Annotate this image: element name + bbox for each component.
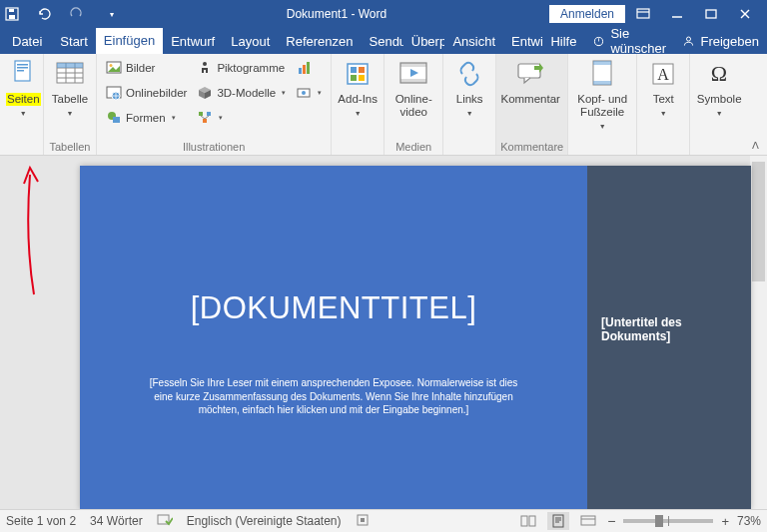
zoom-in-icon[interactable]: + (721, 514, 729, 529)
chevron-down-icon: ▼ (355, 110, 362, 118)
tab-review[interactable]: Überprüfen (403, 28, 445, 54)
group-comments-label: Kommentare (500, 140, 563, 155)
status-language[interactable]: Englisch (Vereinigte Staaten) (187, 514, 342, 528)
view-read-icon[interactable] (517, 512, 539, 530)
svg-point-40 (302, 91, 306, 95)
document-subtitle-field[interactable]: [Untertitel des Dokuments] (601, 315, 737, 343)
symbols-button[interactable]: Ω Symbole ▼ (694, 56, 744, 118)
tab-mailings[interactable]: Sendungen (362, 28, 403, 54)
ribbon-display-icon[interactable] (635, 6, 659, 22)
smartart-button[interactable]: ▾ (194, 107, 289, 129)
macro-icon[interactable] (356, 513, 370, 530)
svg-rect-65 (581, 516, 595, 525)
svg-rect-31 (199, 112, 203, 116)
titlebar: ▾ Dokument1 - Word Anmelden (0, 0, 767, 28)
scrollbar-thumb[interactable] (752, 162, 765, 281)
comment-icon (514, 58, 546, 90)
cover-sidebar: [Untertitel des Dokuments] (587, 166, 751, 509)
addins-button[interactable]: Add-Ins ▼ (336, 56, 380, 118)
svg-rect-60 (529, 516, 535, 526)
ribbon: Seiten ▼ Tabelle ▼ Tabellen Bilder (0, 54, 767, 156)
status-page[interactable]: Seite 1 von 2 (6, 514, 76, 528)
online-video-button[interactable]: Online-video (388, 56, 438, 119)
svg-rect-33 (203, 119, 207, 123)
svg-rect-23 (57, 63, 83, 68)
pages-button[interactable]: Seiten ▼ (4, 56, 43, 118)
svg-rect-44 (351, 75, 357, 81)
online-pictures-button[interactable]: Onlinebilder (103, 82, 190, 104)
save-icon[interactable] (4, 6, 28, 22)
svg-point-30 (203, 62, 207, 66)
zoom-level[interactable]: 73% (737, 514, 761, 528)
statusbar: Seite 1 von 2 34 Wörter Englisch (Verein… (0, 509, 767, 532)
chevron-down-icon: ▼ (20, 110, 27, 118)
svg-rect-48 (400, 79, 426, 83)
comment-button[interactable]: Kommentar (500, 56, 560, 106)
table-button[interactable]: Tabelle ▼ (48, 56, 92, 118)
3d-models-icon (197, 85, 213, 101)
tell-me-label: Sie wünschen (610, 26, 666, 56)
spellcheck-icon[interactable] (157, 513, 173, 530)
undo-icon[interactable] (36, 6, 60, 22)
status-words[interactable]: 34 Wörter (90, 514, 143, 528)
tab-home[interactable]: Start (52, 28, 95, 54)
video-icon (397, 58, 429, 90)
zoom-slider[interactable] (623, 519, 713, 523)
pictures-icon (106, 60, 122, 76)
document-title-field[interactable]: [DOKUMENTTITEL] (191, 290, 477, 326)
svg-rect-61 (553, 515, 563, 527)
chevron-down-icon: ▼ (660, 110, 667, 118)
redo-icon[interactable] (68, 6, 92, 22)
zoom-out-icon[interactable]: − (607, 513, 615, 529)
shapes-icon (106, 110, 122, 126)
svg-point-12 (687, 37, 691, 41)
maximize-icon[interactable] (703, 6, 727, 22)
tab-developer[interactable]: Entwickler (503, 28, 542, 54)
tell-me[interactable]: Sie wünschen (584, 28, 674, 54)
chevron-down-icon: ▼ (466, 110, 473, 118)
svg-rect-58 (361, 518, 365, 522)
vertical-scrollbar[interactable] (750, 156, 767, 509)
text-icon: A (647, 58, 679, 90)
view-web-icon[interactable] (577, 512, 599, 530)
3d-models-button[interactable]: 3D-Modelle ▾ (194, 82, 289, 104)
links-button[interactable]: Links ▼ (447, 56, 491, 118)
symbol-icon: Ω (703, 58, 735, 90)
collapse-ribbon-icon[interactable]: ᐱ (748, 138, 763, 153)
shapes-button[interactable]: Formen ▾ (103, 107, 190, 129)
zoom-slider-thumb[interactable] (655, 515, 663, 527)
addins-icon (342, 58, 374, 90)
svg-rect-43 (359, 67, 365, 73)
svg-rect-6 (706, 10, 716, 18)
tab-view[interactable]: Ansicht (444, 28, 503, 54)
tab-help[interactable]: Hilfe (542, 28, 584, 54)
document-page[interactable]: [DOKUMENTTITEL] [Fesseln Sie Ihre Leser … (80, 166, 751, 509)
share-button[interactable]: Freigeben (674, 28, 767, 54)
svg-rect-3 (637, 9, 649, 18)
text-button[interactable]: A Text ▼ (641, 56, 685, 118)
document-abstract-field[interactable]: [Fesseln Sie Ihre Leser mit einem anspre… (149, 376, 518, 417)
svg-rect-36 (299, 68, 302, 74)
qat-customize-icon[interactable]: ▾ (100, 10, 124, 19)
chart-button[interactable] (293, 57, 325, 79)
svg-rect-15 (17, 67, 28, 69)
svg-text:Ω: Ω (711, 61, 727, 86)
chevron-down-icon: ▼ (599, 123, 606, 131)
svg-rect-38 (307, 62, 310, 74)
svg-text:A: A (657, 66, 669, 83)
tab-file[interactable]: Datei (2, 28, 52, 54)
icons-button[interactable]: Piktogramme (194, 57, 289, 79)
tab-design[interactable]: Entwurf (163, 28, 223, 54)
tab-layout[interactable]: Layout (223, 28, 278, 54)
tab-references[interactable]: Referenzen (278, 28, 361, 54)
signin-button[interactable]: Anmelden (549, 5, 625, 23)
close-icon[interactable] (737, 6, 761, 22)
screenshot-button[interactable]: ▾ (293, 82, 325, 104)
view-print-icon[interactable] (547, 512, 569, 530)
chevron-down-icon: ▼ (716, 110, 723, 118)
tab-insert[interactable]: Einfügen (96, 28, 163, 54)
minimize-icon[interactable] (669, 6, 693, 22)
header-footer-button[interactable]: Kopf- und Fußzeile ▼ (572, 56, 632, 131)
svg-rect-16 (17, 70, 24, 72)
pictures-button[interactable]: Bilder (103, 57, 190, 79)
